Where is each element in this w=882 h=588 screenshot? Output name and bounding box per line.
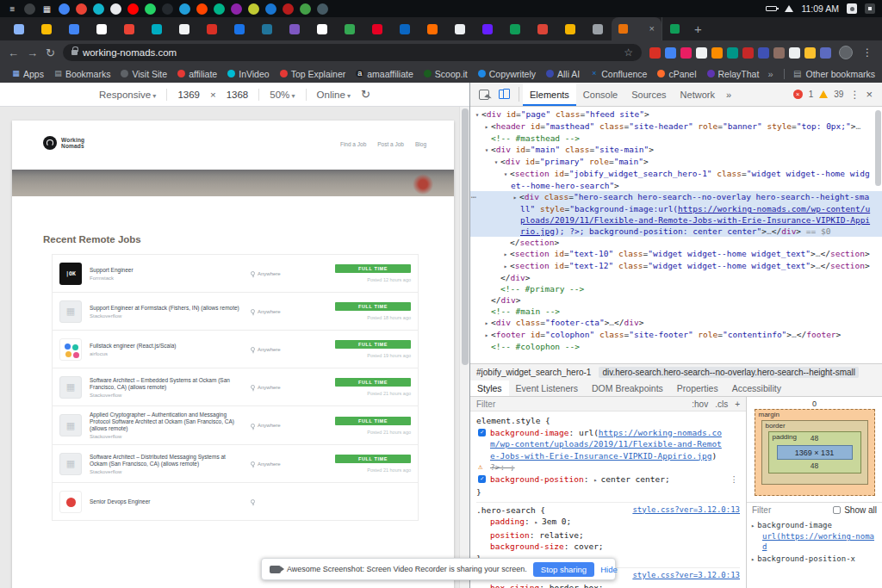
job-title[interactable]: Software Architect – Distributed Messagi… bbox=[90, 454, 243, 467]
app-icon[interactable]: ▦ bbox=[41, 3, 53, 15]
app-icon[interactable] bbox=[179, 3, 190, 15]
property-checkbox[interactable]: ✓ bbox=[478, 429, 486, 436]
dom-tree-node[interactable]: ▸<footer id="colophon" class="site-foote… bbox=[470, 329, 882, 341]
bookmark-item[interactable]: affiliate bbox=[172, 69, 222, 79]
pinned-tab[interactable] bbox=[253, 17, 281, 40]
viewport-height-input[interactable]: 1368 bbox=[227, 90, 249, 100]
expand-arrow-icon[interactable]: ▸ bbox=[501, 249, 510, 260]
dom-tree-node[interactable]: <!-- #masthead --> bbox=[470, 133, 882, 144]
css-property[interactable]: box-sizing: border-box; bbox=[490, 582, 740, 588]
site-nav-link[interactable]: Blog bbox=[415, 141, 426, 147]
css-property[interactable]: ✓background-image: url(https://working-n… bbox=[490, 427, 740, 462]
pinned-tab[interactable] bbox=[33, 17, 60, 40]
new-rule-button[interactable]: + bbox=[735, 399, 740, 409]
pinned-tab[interactable] bbox=[363, 17, 391, 40]
app-icon[interactable] bbox=[110, 3, 121, 15]
collapse-arrow-icon[interactable]: ▾ bbox=[473, 109, 481, 121]
job-title[interactable]: Applied Cryptographer – Authentication a… bbox=[90, 412, 243, 432]
app-icon[interactable] bbox=[76, 3, 87, 15]
class-toggle-button[interactable]: .cls bbox=[715, 399, 728, 409]
devtools-close-icon[interactable]: × bbox=[866, 88, 873, 101]
job-title[interactable]: Support Engineer bbox=[90, 267, 243, 274]
show-all-toggle[interactable]: Show all bbox=[833, 505, 877, 515]
job-card[interactable]: Fullstack engineer (React.js/Scala) airf… bbox=[52, 330, 419, 368]
app-icon[interactable] bbox=[162, 3, 173, 15]
dom-tree-node[interactable]: ▾<section id="jobify_widget_search_hero-… bbox=[470, 168, 882, 191]
extension-icon[interactable] bbox=[820, 47, 831, 59]
site-nav-link[interactable]: Post a Job bbox=[377, 141, 404, 147]
back-button[interactable]: ← bbox=[8, 47, 19, 59]
pinned-tab[interactable] bbox=[419, 17, 446, 40]
bookmark-item[interactable]: a amaaffiliate bbox=[351, 69, 419, 79]
pinned-tab[interactable] bbox=[529, 17, 556, 40]
bookmark-item[interactable]: × Confluence bbox=[585, 69, 652, 79]
hide-banner-link[interactable]: Hide bbox=[600, 565, 618, 574]
expand-arrow-icon[interactable]: ▸ bbox=[511, 192, 519, 203]
app-icon[interactable] bbox=[196, 3, 208, 15]
pinned-tab[interactable] bbox=[198, 17, 226, 40]
tab-close-icon[interactable]: × bbox=[649, 24, 655, 34]
dom-tree-node[interactable]: <!-- #primary --> bbox=[470, 283, 882, 294]
css-selector[interactable]: element.style bbox=[476, 416, 540, 425]
pinned-tab[interactable] bbox=[584, 17, 612, 40]
dom-tree-node[interactable]: ▸<section id="text-10" class="widget wid… bbox=[470, 248, 882, 260]
bookmark-item[interactable]: cPanel bbox=[652, 69, 701, 79]
computed-property[interactable]: ▸background-position-x bbox=[751, 553, 878, 566]
job-title[interactable]: Senior Devops Engineer bbox=[90, 498, 243, 505]
dom-tree-node[interactable]: ▸<section id="text-12" class="widget wid… bbox=[470, 260, 882, 272]
other-bookmarks[interactable]: ▤ Other bookmarks bbox=[784, 69, 875, 79]
job-title[interactable]: Support Engineer at Formstack (Fishers, … bbox=[90, 305, 243, 312]
devtools-tab[interactable]: Elements bbox=[523, 83, 576, 106]
app-icon[interactable]: ≡ bbox=[7, 3, 18, 15]
breadcrumb-item[interactable]: div.hero-search.hero-search--no-overlay.… bbox=[599, 367, 859, 378]
address-bar[interactable]: working-nomads.com ☆ bbox=[63, 44, 642, 61]
dom-tree-node[interactable]: ⋯▸<div class="hero-search hero-search--n… bbox=[470, 191, 882, 237]
rotate-icon[interactable]: ↻ bbox=[361, 88, 370, 101]
expand-arrow-icon[interactable]: ▸ bbox=[482, 121, 491, 133]
expand-arrow-icon[interactable]: ▸ bbox=[751, 523, 755, 529]
zoom-dropdown[interactable]: 50% bbox=[270, 90, 295, 100]
extension-icon[interactable] bbox=[789, 47, 800, 59]
collapse-arrow-icon[interactable]: ▾ bbox=[492, 157, 500, 168]
extension-icon[interactable] bbox=[696, 47, 707, 59]
bookmark-item[interactable]: RelayThat bbox=[702, 69, 765, 79]
pinned-tab[interactable] bbox=[60, 17, 88, 40]
job-card[interactable]: Software Architect – Distributed Messagi… bbox=[52, 444, 419, 483]
app-icon[interactable] bbox=[231, 3, 242, 15]
app-icon[interactable] bbox=[248, 3, 259, 15]
app-icon[interactable] bbox=[24, 3, 35, 15]
job-title[interactable]: Software Architect – Embedded Systems at… bbox=[90, 377, 243, 391]
bookmark-item[interactable]: Top Explainer bbox=[275, 69, 351, 79]
pinned-tab[interactable] bbox=[143, 17, 171, 40]
css-property[interactable]: background-size: cover; bbox=[490, 541, 740, 553]
sidebar-tab[interactable]: Styles bbox=[470, 381, 509, 396]
expand-arrow-icon[interactable]: ▸ bbox=[482, 318, 491, 329]
extension-icon[interactable] bbox=[649, 47, 661, 59]
profile-avatar[interactable] bbox=[839, 46, 853, 59]
dom-tree-node[interactable]: </div> bbox=[470, 294, 882, 306]
extension-icon[interactable] bbox=[804, 47, 816, 59]
job-card[interactable]: Software Architect – Embedded Systems at… bbox=[52, 368, 419, 406]
devtools-tab[interactable]: Sources bbox=[624, 83, 673, 106]
css-property[interactable]: ✓background-position: ▸ center center;⋮ bbox=[490, 473, 740, 487]
device-toolbar-toggle-icon[interactable] bbox=[499, 89, 510, 100]
bookmark-item[interactable]: Copywritely bbox=[473, 69, 541, 79]
bookmark-item[interactable]: Scoop.it bbox=[419, 69, 473, 79]
collapse-arrow-icon[interactable]: ▾ bbox=[482, 145, 491, 156]
property-checkbox[interactable]: ✓ bbox=[478, 475, 486, 483]
css-selector[interactable]: .hero-search bbox=[476, 505, 536, 515]
app-icon[interactable] bbox=[300, 3, 311, 15]
bookmark-item[interactable]: ▦ Apps bbox=[7, 69, 49, 79]
pinned-tab[interactable] bbox=[391, 17, 419, 40]
dom-tree-node[interactable]: <!-- #main --> bbox=[470, 306, 882, 317]
lock-icon[interactable] bbox=[71, 50, 78, 55]
bookmark-item[interactable]: InVideo bbox=[222, 69, 274, 79]
css-property[interactable]: padding: ▸ 3em 0; bbox=[490, 516, 740, 529]
dom-tree-node[interactable]: ▾<div id="main" class="site-main"> bbox=[470, 144, 882, 156]
extension-icon[interactable] bbox=[742, 47, 754, 59]
pinned-tab[interactable] bbox=[474, 17, 501, 40]
breadcrumb-item[interactable]: #jobify_widget_search_hero-1 bbox=[476, 368, 591, 377]
css-property[interactable]: position: relative; bbox=[490, 529, 740, 542]
site-logo[interactable]: WorkingNomads bbox=[43, 136, 84, 150]
extension-icon[interactable] bbox=[758, 47, 769, 59]
